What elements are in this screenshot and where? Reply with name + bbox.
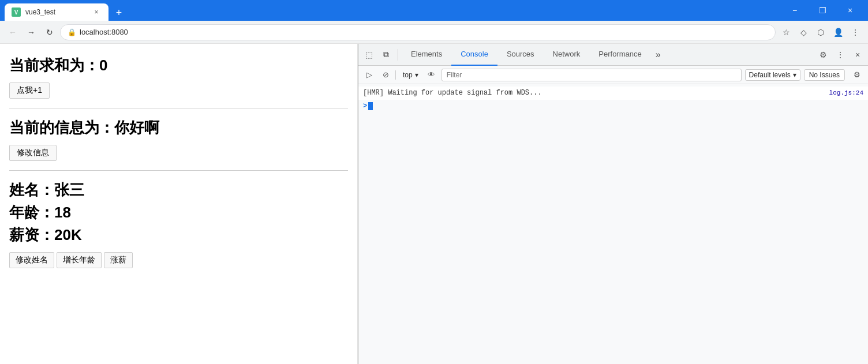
edit-info-button[interactable]: 修改信息 (9, 145, 57, 161)
console-play-button[interactable]: ▷ (363, 69, 376, 81)
address-bar: ← → ↻ 🔒 localhost:8080 ☆ ◇ ⬡ 👤 ⋮ (0, 21, 868, 44)
main-content: 当前求和为：0 点我+1 当前的信息为：你好啊 修改信息 姓名：张三 年龄：18… (0, 44, 868, 364)
brand-button-1[interactable]: ◇ (795, 24, 811, 40)
console-toolbar: ▷ ⊘ top ▾ 👁 Default levels ▾ No Issues ⚙ (358, 66, 868, 84)
tab-console[interactable]: Console (451, 44, 497, 66)
console-prompt[interactable]: > (358, 100, 868, 112)
person-salary: 薪资：20K (9, 225, 348, 245)
action-buttons: 修改姓名 增长年龄 涨薪 (9, 252, 348, 268)
url-text: localhost:8080 (80, 28, 768, 36)
divider-2 (9, 170, 348, 171)
context-arrow-icon: ▾ (415, 71, 418, 79)
tab-sources[interactable]: Sources (497, 44, 544, 66)
issues-badge[interactable]: No Issues (804, 69, 845, 81)
devtools-more-button[interactable]: ⋮ (832, 47, 848, 63)
tab-close-button[interactable]: × (91, 7, 102, 17)
devtools-tabs: Elements Console Sources Network Perform… (402, 44, 814, 66)
tab-area: V vue3_test × + (5, 0, 781, 21)
more-tabs-button[interactable]: » (651, 50, 665, 60)
divider-1 (9, 108, 348, 108)
maximize-button[interactable]: ❐ (809, 0, 836, 21)
title-bar-controls: − ❐ × (781, 0, 868, 21)
url-lock-icon: 🔒 (68, 28, 76, 36)
context-selector[interactable]: top ▾ (399, 70, 422, 80)
title-bar: V vue3_test × + − ❐ × (0, 0, 868, 21)
device-toolbar-button[interactable]: ⧉ (378, 47, 394, 63)
window-close-button[interactable]: × (837, 0, 863, 21)
devtools-toolbar: ⬚ ⧉ Elements Console Sources Network Per… (358, 44, 868, 66)
tab-network[interactable]: Network (544, 44, 590, 66)
forward-button[interactable]: → (23, 24, 39, 40)
log-levels-selector[interactable]: Default levels ▾ (745, 69, 800, 81)
click-button[interactable]: 点我+1 (9, 82, 50, 99)
webpage: 当前求和为：0 点我+1 当前的信息为：你好啊 修改信息 姓名：张三 年龄：18… (0, 44, 358, 364)
raise-salary-button[interactable]: 涨薪 (104, 252, 133, 268)
console-output: [HMR] Waiting for update signal from WDS… (358, 84, 868, 364)
devtools-close-button[interactable]: × (850, 47, 866, 63)
inspect-element-button[interactable]: ⬚ (361, 47, 377, 63)
devtools-actions: ⚙ ⋮ × (815, 47, 866, 63)
console-hmr-line: [HMR] Waiting for update signal from WDS… (358, 87, 868, 100)
context-label: top (403, 71, 413, 79)
profile-button[interactable]: 👤 (830, 24, 846, 40)
edit-name-button[interactable]: 修改姓名 (9, 252, 54, 268)
hmr-source-link[interactable]: log.js:24 (829, 88, 863, 98)
log-levels-label: Default levels (749, 71, 791, 79)
console-toolbar-separator (395, 70, 396, 80)
sum-title: 当前求和为：0 (9, 55, 348, 76)
console-eye-button[interactable]: 👁 (425, 69, 438, 81)
new-tab-button[interactable]: + (111, 5, 127, 21)
console-clear-button[interactable]: ⊘ (379, 69, 392, 81)
browser-menu-button[interactable]: ⋮ (847, 24, 863, 40)
info-section: 当前的信息为：你好啊 修改信息 (9, 118, 348, 161)
minimize-button[interactable]: − (781, 0, 808, 21)
tab-elements[interactable]: Elements (402, 44, 451, 66)
back-button[interactable]: ← (5, 24, 21, 40)
address-actions: ☆ ◇ ⬡ 👤 ⋮ (778, 24, 863, 40)
bookmark-button[interactable]: ☆ (778, 24, 794, 40)
toolbar-separator (398, 49, 398, 61)
url-bar[interactable]: 🔒 localhost:8080 (60, 24, 776, 40)
console-filter-input[interactable] (442, 69, 742, 81)
tab-performance[interactable]: Performance (589, 44, 650, 66)
info-title: 当前的信息为：你好啊 (9, 118, 348, 138)
log-levels-arrow-icon: ▾ (793, 71, 796, 79)
person-age: 年龄：18 (9, 202, 348, 223)
refresh-button[interactable]: ↻ (42, 24, 58, 40)
grow-age-button[interactable]: 增长年龄 (57, 252, 102, 268)
prompt-symbol: > (363, 102, 367, 110)
devtools-settings-button[interactable]: ⚙ (815, 47, 831, 63)
person-name: 姓名：张三 (9, 180, 348, 200)
tab-title: vue3_test (25, 8, 87, 16)
hmr-message: [HMR] Waiting for update signal from WDS… (363, 88, 829, 98)
active-tab[interactable]: V vue3_test × (5, 3, 108, 21)
console-cursor (368, 102, 373, 110)
console-settings-button[interactable]: ⚙ (851, 69, 863, 81)
devtools-panel: ⬚ ⧉ Elements Console Sources Network Per… (358, 44, 868, 364)
sum-section: 当前求和为：0 点我+1 (9, 55, 348, 99)
tab-favicon: V (12, 7, 21, 17)
brand-button-2[interactable]: ⬡ (813, 24, 829, 40)
person-section: 姓名：张三 年龄：18 薪资：20K 修改姓名 增长年龄 涨薪 (9, 180, 348, 268)
